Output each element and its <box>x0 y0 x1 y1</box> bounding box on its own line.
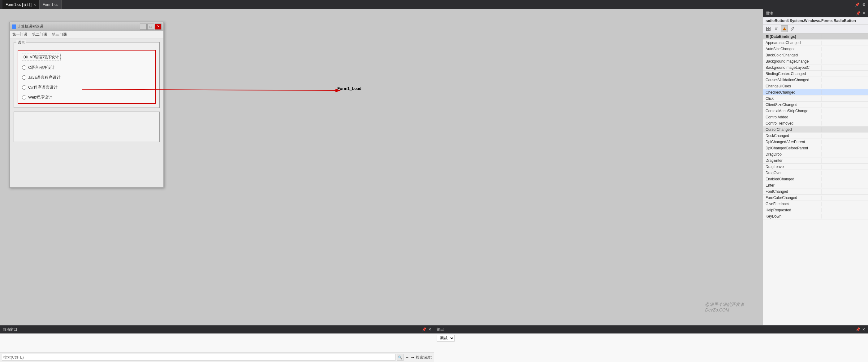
prop-row-20[interactable]: DragEnter <box>763 158 868 164</box>
prop-row-26[interactable]: ForeColorChanged <box>763 195 868 201</box>
close-icon-auto[interactable]: ✕ <box>428 327 431 332</box>
prop-btn-sort[interactable] <box>773 25 780 32</box>
nav-arrow-right[interactable]: → <box>410 355 415 360</box>
search-input[interactable] <box>2 354 396 361</box>
prop-row-19[interactable]: DragDrop <box>763 151 868 158</box>
prop-name-1: AppearanceChanged <box>763 40 822 45</box>
form-titlebar: 计算机课程选课 ─ □ ✕ <box>10 22 163 31</box>
radio-label-0: VB语言程序设计 <box>30 54 59 60</box>
close-tab-designer[interactable]: ✕ <box>33 3 36 7</box>
watermark: @浪里个浪的开发者DevZo.COM <box>705 302 744 312</box>
prop-name-26: ForeColorChanged <box>763 196 822 200</box>
radio-item-4[interactable]: Web程序设计 <box>22 94 151 100</box>
radio-circle-4 <box>22 95 26 100</box>
tab-designer[interactable]: Form1.cs [设计] ✕ <box>2 0 40 9</box>
form-icon <box>12 25 16 29</box>
output-header: 输出 📌 ✕ <box>434 326 868 333</box>
auto-window-panel: 自动窗口 📌 ✕ 🔍 ← → 搜索深度: <box>0 326 434 362</box>
radio-label-1: C语言程序设计 <box>28 65 55 71</box>
prop-name-4: BackgroundImageChange <box>763 59 822 63</box>
main-content: 计算机课程选课 ─ □ ✕ 第一门课 第二门课 第三门课 语言 <box>0 9 868 325</box>
radio-item-0[interactable]: VB语言程序设计 <box>22 54 151 60</box>
prop-row-6[interactable]: BindingContextChanged <box>763 71 868 77</box>
prop-row-14[interactable]: ControlRemoved <box>763 120 868 127</box>
radio-item-1[interactable]: C语言程序设计 <box>22 65 151 71</box>
tab-designer-label: Form1.cs [设计] <box>6 2 32 7</box>
radio-circle-1 <box>22 65 26 70</box>
close-button[interactable]: ✕ <box>155 24 161 30</box>
prop-row-23[interactable]: EnabledChanged <box>763 176 868 182</box>
prop-name-23: EnabledChanged <box>763 177 822 181</box>
form-window: 计算机课程选课 ─ □ ✕ 第一门课 第二门课 第三门课 语言 <box>9 22 164 188</box>
prop-name-21: DragLeave <box>763 165 822 169</box>
pin-icon-auto[interactable]: 📌 <box>422 327 427 332</box>
prop-name-8: ChangeUICues <box>763 84 822 88</box>
group-box-empty <box>13 112 160 142</box>
prop-btn-events[interactable] <box>781 25 788 32</box>
prop-row-25[interactable]: FontChanged <box>763 189 868 195</box>
bottom-area: 自动窗口 📌 ✕ 🔍 ← → 搜索深度: 输出 📌 ✕ 调试 <box>0 325 868 362</box>
prop-name-7: CausesValidationChanged <box>763 78 822 82</box>
menu-item-1[interactable]: 第一门课 <box>12 32 27 37</box>
prop-row-13[interactable]: ControlAdded <box>763 114 868 120</box>
prop-row-28[interactable]: HelpRequested <box>763 207 868 213</box>
prop-row-11[interactable]: ClientSizeChanged <box>763 102 868 108</box>
nav-arrow-left[interactable]: ← <box>405 355 409 360</box>
tab-code-label: Form1.cs <box>43 2 58 7</box>
radio-circle-2 <box>22 75 26 80</box>
prop-row-3[interactable]: BackColorChanged <box>763 52 868 58</box>
prop-name-12: ContextMenuStripChange <box>763 109 822 113</box>
prop-row-4[interactable]: BackgroundImageChange <box>763 58 868 64</box>
prop-name-checkedchanged: CheckedChanged <box>763 90 822 94</box>
prop-name-29: KeyDown <box>763 214 822 219</box>
prop-row-17[interactable]: DpiChangedAfterParent <box>763 139 868 145</box>
settings-icon[interactable]: ⚙ <box>862 2 866 7</box>
group-box-language: 语言 VB语言程序设计 C语言程序设计 <box>13 42 160 108</box>
maximize-button[interactable]: □ <box>147 24 154 30</box>
svg-marker-9 <box>783 27 786 30</box>
prop-row-8[interactable]: ChangeUICues <box>763 83 868 89</box>
prop-row-click[interactable]: Click <box>763 95 868 102</box>
prop-row-5[interactable]: BackgroundImageLayoutC <box>763 64 868 71</box>
prop-row-21[interactable]: DragLeave <box>763 164 868 170</box>
radio-item-3[interactable]: C#程序语言设计 <box>22 85 151 90</box>
radio-circle-0 <box>24 55 28 59</box>
minimize-button[interactable]: ─ <box>140 24 147 30</box>
radio-panel: VB语言程序设计 C语言程序设计 Java语言程序设计 <box>18 50 156 104</box>
output-source-dropdown[interactable]: 调试 <box>437 335 455 341</box>
prop-btn-grid[interactable] <box>765 25 772 32</box>
menu-item-2[interactable]: 第二门课 <box>32 32 47 37</box>
radio-label-2: Java语言程序设计 <box>28 75 61 80</box>
prop-row-1[interactable]: AppearanceChanged <box>763 40 868 46</box>
form-body: 语言 VB语言程序设计 C语言程序设计 <box>10 38 163 187</box>
form-title-buttons: ─ □ ✕ <box>140 24 161 30</box>
prop-row-18[interactable]: DpiChangedBeforeParent <box>763 145 868 151</box>
prop-row-27[interactable]: GiveFeedback <box>763 201 868 207</box>
prop-section-name: ⊞ (DataBindings) <box>763 34 822 39</box>
prop-name-20: DragEnter <box>763 158 822 163</box>
prop-row-2[interactable]: AutoSizeChanged <box>763 46 868 52</box>
pin-icon-output[interactable]: 📌 <box>856 327 860 332</box>
prop-name-cursorchanged: CursorChanged <box>763 128 822 132</box>
prop-row-16[interactable]: DockChanged <box>763 133 868 139</box>
prop-row-24[interactable]: Enter <box>763 182 868 189</box>
close-icon-props[interactable]: ✕ <box>862 11 866 16</box>
close-icon-output[interactable]: ✕ <box>862 327 865 332</box>
auto-window-search-bar: 🔍 ← → 搜索深度: <box>0 353 434 362</box>
prop-row-7[interactable]: CausesValidationChanged <box>763 77 868 83</box>
search-icon-btn[interactable]: 🔍 <box>397 354 404 361</box>
menu-item-3[interactable]: 第三门课 <box>52 32 67 37</box>
prop-row-cursorchanged[interactable]: CursorChanged <box>763 127 868 133</box>
group-box-label: 语言 <box>17 40 26 45</box>
prop-row-29[interactable]: KeyDown <box>763 213 868 219</box>
prop-btn-wrench[interactable] <box>789 25 796 32</box>
prop-row-checkedchanged[interactable]: CheckedChanged <box>763 89 868 95</box>
prop-row-12[interactable]: ContextMenuStripChange <box>763 108 868 114</box>
svg-rect-3 <box>769 27 770 29</box>
prop-row-22[interactable]: DragOver <box>763 170 868 176</box>
prop-name-14: ControlRemoved <box>763 121 822 126</box>
tab-code[interactable]: Form1.cs <box>40 0 62 9</box>
pin-icon[interactable]: 📌 <box>855 2 860 7</box>
radio-item-2[interactable]: Java语言程序设计 <box>22 75 151 80</box>
pin-icon-props[interactable]: 📌 <box>856 11 861 16</box>
